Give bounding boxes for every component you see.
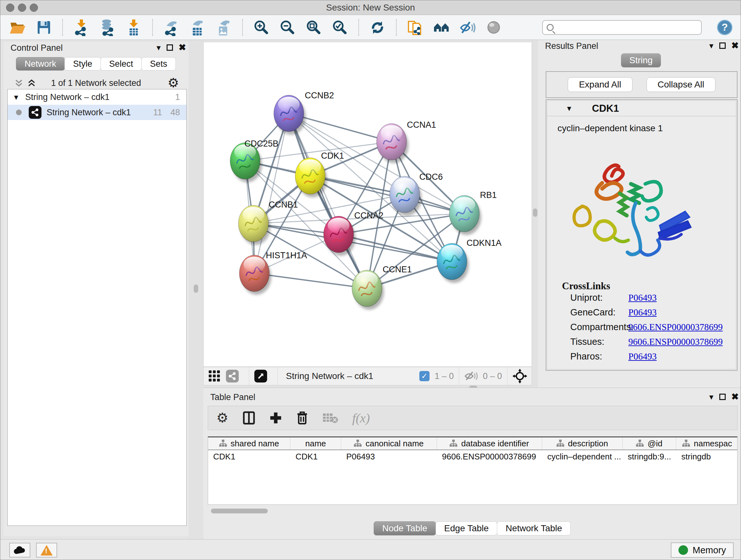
panel-menu-icon[interactable]: ▾ xyxy=(709,393,713,401)
warning-status-button[interactable] xyxy=(36,543,57,557)
string-view-icon[interactable] xyxy=(226,370,239,382)
crosslink-link[interactable]: 9606.ENSP00000378699 xyxy=(628,336,723,347)
delete-table-icon[interactable] xyxy=(322,412,338,424)
tab-node-table[interactable]: Node Table xyxy=(374,521,436,536)
tab-sets[interactable]: Sets xyxy=(141,57,176,71)
network-row[interactable]: String Network – cdk1 11 48 xyxy=(8,105,186,120)
import-table-icon[interactable] xyxy=(125,18,143,37)
network-options-gear-icon[interactable]: ⚙ xyxy=(167,76,179,89)
splitter-handle[interactable] xyxy=(194,285,198,293)
delete-column-trash-icon[interactable] xyxy=(296,411,308,425)
crosslink-link[interactable]: 9606.ENSP00000378699 xyxy=(628,322,723,332)
add-column-icon[interactable] xyxy=(269,412,282,424)
column-header-@id[interactable]: @id xyxy=(623,437,676,449)
protein-section-header[interactable]: ▾ CDK1 xyxy=(547,101,736,116)
expand-all-button[interactable]: Expand All xyxy=(568,77,632,92)
function-builder-icon[interactable]: f(x) xyxy=(352,411,370,426)
search-box[interactable] xyxy=(542,20,702,35)
panel-float-icon[interactable] xyxy=(719,394,726,400)
panel-close-icon[interactable]: ✖ xyxy=(731,392,739,401)
section-expander-icon[interactable]: ▾ xyxy=(567,104,571,112)
panel-close-icon[interactable]: ✖ xyxy=(731,41,739,50)
column-header-name[interactable]: name xyxy=(290,437,341,449)
enhance-labels-icon[interactable] xyxy=(459,18,476,37)
string-home-icon[interactable] xyxy=(432,18,450,37)
table-cell[interactable]: 9606.ENSP00000378699 xyxy=(437,450,542,463)
network-node-rb1[interactable] xyxy=(449,195,481,235)
open-file-icon[interactable] xyxy=(9,18,26,37)
table-row[interactable]: CDK1CDK1P064939606.ENSP00000378699cyclin… xyxy=(208,450,737,463)
grid-view-icon[interactable] xyxy=(208,370,221,382)
column-header-namespac[interactable]: namespac xyxy=(676,437,738,449)
refresh-icon[interactable] xyxy=(368,18,387,37)
panel-float-icon[interactable] xyxy=(166,44,173,51)
network-node-ccnb1[interactable] xyxy=(239,205,270,245)
panel-menu-icon[interactable]: ▾ xyxy=(156,44,160,52)
network-node-ccne1[interactable] xyxy=(352,270,384,310)
network-node-cdkn1a[interactable] xyxy=(437,243,469,283)
node-table[interactable]: shared namenamecanonical namedatabase id… xyxy=(208,436,738,505)
tab-network-table[interactable]: Network Table xyxy=(497,521,570,536)
show-columns-icon[interactable] xyxy=(243,411,255,425)
tab-string[interactable]: String xyxy=(621,53,661,67)
zoom-selected-icon[interactable] xyxy=(331,18,349,37)
tab-edge-table[interactable]: Edge Table xyxy=(435,521,497,536)
save-session-icon[interactable] xyxy=(35,18,53,37)
table-settings-gear-icon[interactable]: ⚙ xyxy=(216,411,228,425)
table-cell[interactable]: P06493 xyxy=(341,450,437,463)
column-header-shared-name[interactable]: shared name xyxy=(208,437,290,449)
vertical-splitter-right[interactable] xyxy=(532,40,538,388)
memory-button[interactable]: Memory xyxy=(671,543,734,558)
birds-eye-view-icon[interactable] xyxy=(254,370,267,382)
network-node-cdk1[interactable] xyxy=(295,158,327,197)
cloud-status-button[interactable] xyxy=(9,543,30,557)
table-cell[interactable]: CDK1 xyxy=(290,450,341,463)
glass-ball-effect-icon[interactable] xyxy=(485,18,502,37)
table-cell[interactable]: cyclin–dependent ... xyxy=(542,450,623,463)
network-edge[interactable] xyxy=(254,273,367,288)
network-collection-label: String Network – cdk1 xyxy=(25,92,110,102)
zoom-in-icon[interactable] xyxy=(253,18,270,37)
tab-style[interactable]: Style xyxy=(64,57,101,71)
network-canvas[interactable]: CCNB2CCNA1CDC25BCDK1CDC6RB1CCNB1CCNA2CDK… xyxy=(203,42,532,367)
import-database-icon[interactable] xyxy=(98,18,117,37)
crosslink-link[interactable]: P06493 xyxy=(628,293,657,303)
search-input[interactable] xyxy=(557,22,697,33)
export-network-icon[interactable] xyxy=(162,18,180,37)
column-header-canonical-name[interactable]: canonical name xyxy=(341,437,437,449)
column-header-database-identifier[interactable]: database identifier xyxy=(437,437,542,449)
network-node-ccna2[interactable] xyxy=(324,216,355,256)
string-import-icon[interactable] xyxy=(406,18,424,37)
tab-network[interactable]: Network xyxy=(16,57,65,71)
panel-float-icon[interactable] xyxy=(719,43,726,49)
table-cell[interactable]: CDK1 xyxy=(208,450,290,463)
tab-select[interactable]: Select xyxy=(100,57,142,71)
network-edge[interactable] xyxy=(289,113,367,288)
selected-checkbox-icon[interactable]: ✓ xyxy=(419,371,429,381)
tree-expander-icon[interactable]: ▾ xyxy=(14,93,18,101)
hidden-eye-icon[interactable] xyxy=(464,370,478,382)
network-node-hist1h1a[interactable] xyxy=(239,255,271,295)
network-edge[interactable] xyxy=(254,113,289,273)
splitter-handle[interactable] xyxy=(533,208,537,217)
horizontal-scrollbar-thumb[interactable] xyxy=(211,509,268,513)
export-table-icon[interactable] xyxy=(189,18,206,37)
export-image-icon[interactable] xyxy=(215,18,232,37)
crosslink-link[interactable]: P06493 xyxy=(628,307,657,318)
network-node-ccnb2[interactable] xyxy=(274,95,306,135)
table-cell[interactable]: stringdb:9... xyxy=(623,450,676,463)
zoom-fit-icon[interactable] xyxy=(305,18,323,37)
vertical-splitter-left[interactable] xyxy=(189,40,203,540)
crosslink-link[interactable]: P06493 xyxy=(628,351,657,362)
help-icon[interactable]: ? xyxy=(717,20,732,35)
network-collection-row[interactable]: ▾ String Network – cdk1 1 xyxy=(8,89,186,105)
fit-content-crosshair-icon[interactable] xyxy=(513,369,527,383)
collapse-all-button[interactable]: Collapse All xyxy=(647,77,716,92)
panel-menu-icon[interactable]: ▾ xyxy=(709,42,713,50)
column-header-description[interactable]: description xyxy=(542,437,623,449)
import-network-icon[interactable] xyxy=(72,18,90,37)
zoom-out-icon[interactable] xyxy=(279,18,296,37)
table-cell[interactable]: stringdb xyxy=(676,450,738,463)
network-node-ccna1[interactable] xyxy=(377,124,408,163)
panel-close-icon[interactable]: ✖ xyxy=(179,43,186,52)
